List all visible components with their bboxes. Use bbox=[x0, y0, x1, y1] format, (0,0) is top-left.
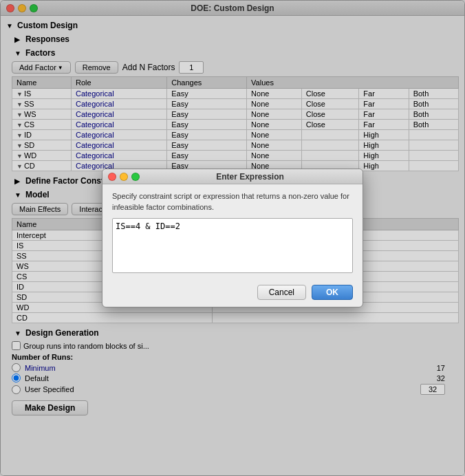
modal-description: Specify constraint script or expression … bbox=[112, 191, 353, 213]
modal-title-bar: Enter Expression bbox=[102, 169, 363, 184]
main-window: DOE: Custom Design ▼ Custom Design ▶ Res… bbox=[0, 0, 465, 476]
enter-expression-modal: Enter Expression Specify constraint scri… bbox=[102, 169, 363, 307]
modal-footer: Cancel OK bbox=[102, 281, 363, 307]
modal-body: Specify constraint script or expression … bbox=[102, 184, 363, 281]
modal-max-button[interactable] bbox=[131, 173, 140, 181]
expression-textarea[interactable] bbox=[112, 218, 353, 273]
modal-min-button[interactable] bbox=[120, 173, 128, 181]
cancel-button[interactable]: Cancel bbox=[257, 285, 306, 300]
modal-close-button[interactable] bbox=[108, 173, 116, 181]
ok-button[interactable]: OK bbox=[312, 285, 353, 300]
modal-overlay: Enter Expression Specify constraint scri… bbox=[1, 1, 464, 475]
modal-title: Enter Expression bbox=[216, 172, 284, 182]
